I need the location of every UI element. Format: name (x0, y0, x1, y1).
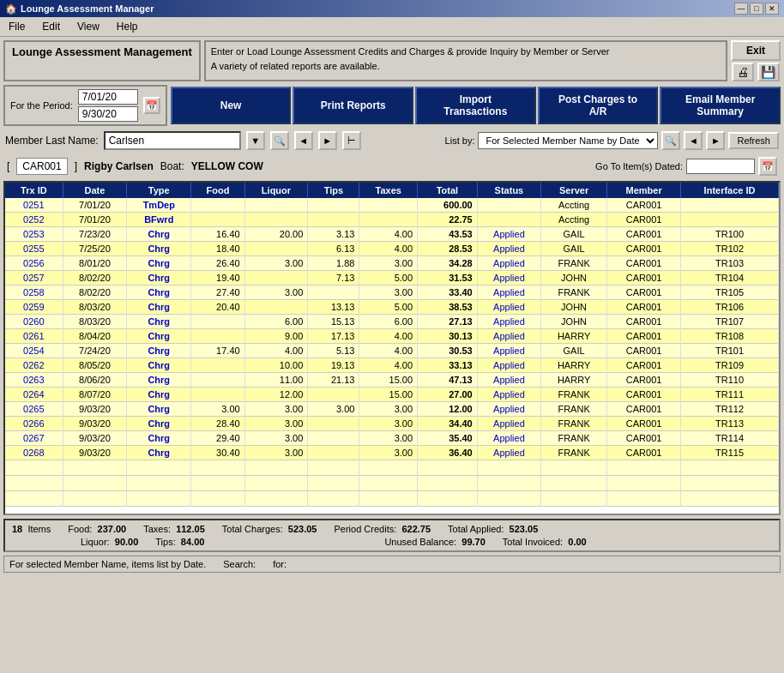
cell-8: Applied (477, 227, 540, 242)
table-row[interactable]: 02608/03/20Chrg6.0015.136.0027.13Applied… (5, 315, 779, 329)
menu-edit[interactable]: Edit (37, 19, 65, 34)
table-row[interactable]: 02588/02/20Chrg27.403.003.0033.40Applied… (5, 285, 779, 300)
cell-7: 43.53 (418, 227, 478, 242)
member-nav-end-button[interactable]: ⊢ (342, 131, 361, 150)
goto-date-input[interactable] (686, 159, 755, 174)
cell-0: 0255 (5, 242, 63, 256)
cell-5: 13.13 (308, 300, 359, 315)
taxes-summary: Taxes: 112.05 (143, 524, 205, 534)
cell-4: 10.00 (244, 358, 308, 373)
table-row[interactable]: 02537/23/20Chrg16.4020.003.134.0043.53Ap… (5, 227, 779, 242)
save-icon-button[interactable]: 💾 (757, 63, 780, 81)
menu-view[interactable]: View (72, 19, 105, 34)
cell-2: Chrg (127, 344, 191, 358)
calendar-button[interactable]: 📅 (143, 97, 160, 114)
member-nav-next-button[interactable]: ► (318, 131, 337, 150)
table-row[interactable]: 02568/01/20Chrg26.403.001.883.0034.28App… (5, 256, 779, 271)
cell-0: 0268 (5, 446, 63, 460)
member-search-button[interactable]: 🔍 (270, 131, 289, 150)
empty-cell-1 (63, 460, 126, 476)
cell-1: 9/03/20 (63, 446, 126, 460)
cell-3 (191, 358, 244, 373)
table-row[interactable]: 02578/02/20Chrg19.407.135.0031.53Applied… (5, 271, 779, 285)
close-button[interactable]: ✕ (765, 3, 779, 15)
table-row[interactable]: 02527/01/20BFwrd22.75AcctingCAR001 (5, 213, 779, 227)
table-row[interactable]: 02557/25/20Chrg18.406.134.0028.53Applied… (5, 242, 779, 256)
listby-select[interactable]: For Selected Member Name by Date (478, 132, 658, 149)
empty-cell-0 (5, 476, 63, 491)
listby-search-button[interactable]: 🔍 (661, 131, 680, 150)
goto-calendar-button[interactable]: 📅 (758, 157, 777, 176)
post-charges-button[interactable]: Post Charges to A/R (538, 87, 659, 124)
table-row[interactable]: 02679/03/20Chrg29.403.003.0035.40Applied… (5, 431, 779, 446)
total-invoiced-summary: Total Invoiced: 0.00 (503, 537, 587, 547)
table-row[interactable]: 02547/24/20Chrg17.404.005.134.0030.53App… (5, 344, 779, 358)
exit-button[interactable]: Exit (731, 40, 781, 61)
unused-balance-summary: Unused Balance: 99.70 (384, 537, 485, 547)
col-header-tips: Tips (308, 183, 359, 198)
title-bar-controls: — □ ✕ (734, 3, 779, 15)
refresh-button[interactable]: Refresh (728, 132, 779, 149)
cell-5: 15.13 (308, 315, 359, 329)
cell-10: CAR001 (607, 402, 681, 417)
table-row[interactable]: 02669/03/20Chrg28.403.003.0034.40Applied… (5, 417, 779, 431)
cell-0: 0261 (5, 329, 63, 344)
start-date-input[interactable] (78, 89, 138, 105)
cell-1: 7/23/20 (63, 227, 126, 242)
member-search-input[interactable] (104, 131, 241, 150)
table-row-empty (5, 491, 779, 507)
cell-4: 3.00 (244, 256, 308, 271)
listby-nav-next-button[interactable]: ► (706, 131, 725, 150)
cell-7: 27.13 (418, 315, 478, 329)
end-date-input[interactable] (78, 106, 138, 122)
total-charges-summary: Total Charges: 523.05 (222, 524, 317, 534)
cell-7: 34.28 (418, 256, 478, 271)
empty-cell-4 (244, 476, 308, 491)
menu-file[interactable]: File (3, 19, 30, 34)
cell-11: TR109 (681, 358, 779, 373)
table-body: 02517/01/20TmDep600.00AcctingCAR00102527… (5, 198, 779, 507)
cell-0: 0264 (5, 388, 63, 402)
maximize-button[interactable]: □ (750, 3, 763, 15)
cell-9: JOHN (541, 271, 607, 285)
app-title: Lounge Assessment Management (12, 45, 192, 58)
new-button[interactable]: New (171, 87, 292, 124)
spacer (12, 537, 63, 547)
search-label: Search: (223, 559, 256, 569)
exit-box: Exit 🖨 💾 (731, 40, 781, 81)
menu-help[interactable]: Help (112, 19, 143, 34)
cell-1: 8/01/20 (63, 256, 126, 271)
email-member-summary-button[interactable]: Email Member Summary (660, 87, 781, 124)
cell-6: 4.00 (359, 344, 418, 358)
cell-10: CAR001 (607, 300, 681, 315)
print-reports-button[interactable]: Print Reports (292, 87, 413, 124)
cell-5: 3.00 (308, 402, 359, 417)
cell-9: FRANK (541, 446, 607, 460)
listby-nav-prev-button[interactable]: ◄ (684, 131, 703, 150)
cell-6: 3.00 (359, 256, 418, 271)
table-row[interactable]: 02648/07/20Chrg12.0015.0027.00AppliedFRA… (5, 388, 779, 402)
cell-10: CAR001 (607, 285, 681, 300)
table-row[interactable]: 02618/04/20Chrg9.0017.134.0030.13Applied… (5, 329, 779, 344)
printer-icon-button[interactable]: 🖨 (732, 63, 754, 81)
empty-cell-4 (244, 460, 308, 476)
cell-4: 12.00 (244, 388, 308, 402)
member-nav-prev-button[interactable]: ◄ (294, 131, 313, 150)
cell-2: Chrg (127, 315, 191, 329)
table-row[interactable]: 02689/03/20Chrg30.403.003.0036.40Applied… (5, 446, 779, 460)
cell-7: 30.53 (418, 344, 478, 358)
empty-cell-6 (359, 476, 418, 491)
table-row[interactable]: 02517/01/20TmDep600.00AcctingCAR001 (5, 198, 779, 213)
cell-1: 7/01/20 (63, 213, 126, 227)
col-header-taxes: Taxes (359, 183, 418, 198)
table-row[interactable]: 02659/03/20Chrg3.003.003.003.0012.00Appl… (5, 402, 779, 417)
table-row[interactable]: 02638/06/20Chrg11.0021.1315.0047.13Appli… (5, 373, 779, 388)
import-transactions-button[interactable]: Import Transactions (415, 87, 536, 124)
minimize-button[interactable]: — (734, 3, 748, 15)
member-dropdown-button[interactable]: ▼ (246, 131, 265, 150)
cell-7: 35.40 (418, 431, 478, 446)
cell-7: 38.53 (418, 300, 478, 315)
app-desc-box: Enter or Load Lounge Assessment Credits … (204, 40, 727, 81)
table-row[interactable]: 02598/03/20Chrg20.4013.135.0038.53Applie… (5, 300, 779, 315)
table-row[interactable]: 02628/05/20Chrg10.0019.134.0033.13Applie… (5, 358, 779, 373)
